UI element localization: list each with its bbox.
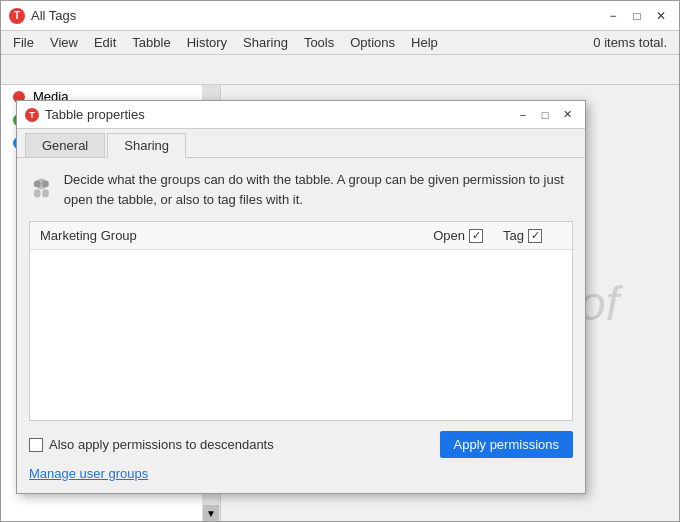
menu-edit[interactable]: Edit (86, 31, 124, 54)
menu-tools[interactable]: Tools (296, 31, 342, 54)
dialog-minimize-button[interactable]: − (513, 106, 533, 124)
open-label: Open (433, 228, 465, 243)
svg-point-3 (34, 180, 41, 187)
dialog-body: Decide what the groups can do with the t… (17, 158, 585, 493)
dialog-title-bar: T Tabble properties − □ ✕ (17, 101, 585, 129)
dialog-maximize-button[interactable]: □ (535, 106, 555, 124)
info-section: Decide what the groups can do with the t… (29, 170, 573, 209)
app-icon: T (9, 8, 25, 24)
main-window: T All Tags − □ ✕ File View Edit Tabble H… (0, 0, 680, 522)
tabble-properties-dialog: T Tabble properties − □ ✕ General Sharin… (16, 100, 586, 494)
info-text: Decide what the groups can do with the t… (64, 170, 573, 209)
dialog-tabs: General Sharing (17, 129, 585, 158)
window-title: All Tags (31, 8, 603, 23)
svg-point-1 (34, 189, 41, 197)
manage-link-text[interactable]: Manage user groups (29, 466, 148, 481)
minimize-button[interactable]: − (603, 6, 623, 26)
dialog-window-controls: − □ ✕ (513, 106, 577, 124)
svg-point-4 (42, 180, 49, 187)
permissions-table: Marketing Group Open ✓ Tag ✓ (29, 221, 573, 421)
tabble-logo: T (9, 8, 25, 24)
menu-help[interactable]: Help (403, 31, 446, 54)
tag-checkbox[interactable]: ✓ (528, 229, 542, 243)
maximize-button[interactable]: □ (627, 6, 647, 26)
permissions-header-row: Marketing Group Open ✓ Tag ✓ (30, 222, 572, 250)
tab-sharing[interactable]: Sharing (107, 133, 186, 158)
dialog-close-button[interactable]: ✕ (557, 106, 577, 124)
menu-sharing[interactable]: Sharing (235, 31, 296, 54)
manage-user-groups-link[interactable]: Manage user groups (29, 466, 573, 481)
tab-general[interactable]: General (25, 133, 105, 157)
menu-view[interactable]: View (42, 31, 86, 54)
menu-history[interactable]: History (179, 31, 235, 54)
also-apply-label: Also apply permissions to descendants (49, 437, 274, 452)
title-bar: T All Tags − □ ✕ (1, 1, 679, 31)
tag-column: Tag ✓ (503, 228, 542, 243)
menu-tabble[interactable]: Tabble (124, 31, 178, 54)
also-apply-checkbox[interactable] (29, 438, 43, 452)
open-column: Open ✓ (433, 228, 483, 243)
main-content: Media Misc Notes ▼ of T (1, 85, 679, 521)
dialog-icon: T (25, 108, 39, 122)
toolbar (1, 55, 679, 85)
dialog-overlay: T Tabble properties − □ ✕ General Sharin… (1, 85, 679, 521)
menu-options[interactable]: Options (342, 31, 403, 54)
group-name-header: Marketing Group (40, 228, 433, 243)
window-controls: − □ ✕ (603, 6, 671, 26)
tag-label: Tag (503, 228, 524, 243)
menu-bar: File View Edit Tabble History Sharing To… (1, 31, 679, 55)
close-button[interactable]: ✕ (651, 6, 671, 26)
svg-point-2 (42, 189, 49, 197)
apply-permissions-button[interactable]: Apply permissions (440, 431, 574, 458)
also-apply-section: Also apply permissions to descendants (29, 437, 274, 452)
items-count: 0 items total. (593, 35, 675, 50)
sharing-icon (29, 170, 54, 206)
open-checkbox[interactable]: ✓ (469, 229, 483, 243)
bottom-row: Also apply permissions to descendants Ap… (29, 431, 573, 458)
scroll-down-arrow[interactable]: ▼ (203, 505, 219, 521)
menu-file[interactable]: File (5, 31, 42, 54)
dialog-title: Tabble properties (45, 107, 513, 122)
permissions-body (30, 250, 572, 410)
